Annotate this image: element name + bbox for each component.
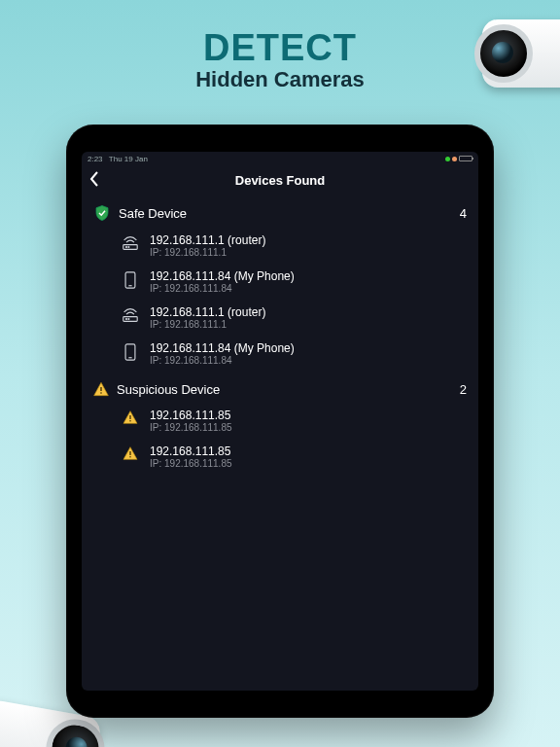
device-ip: IP: 192.168.111.84	[150, 283, 295, 294]
section-header-safe: Safe Device 4	[82, 195, 478, 228]
section-header-suspicious: Suspicious Device 2	[82, 372, 478, 403]
phone-icon	[124, 343, 136, 361]
warning-triangle-icon	[122, 410, 138, 424]
svg-point-15	[129, 456, 131, 458]
warning-triangle-icon	[93, 381, 109, 397]
app-header: Devices Found	[82, 165, 478, 195]
list-item[interactable]: 192.168.111.85 IP: 192.168.111.85	[121, 403, 467, 439]
svg-point-2	[128, 247, 129, 248]
device-name: 192.168.111.1 (router)	[150, 233, 265, 247]
suspicious-device-list: 192.168.111.85 IP: 192.168.111.85 192.16…	[82, 403, 478, 475]
status-dot	[452, 157, 457, 161]
battery-icon	[459, 156, 472, 161]
device-ip: IP: 192.168.111.1	[150, 319, 265, 330]
list-item[interactable]: 192.168.111.1 (router) IP: 192.168.111.1	[121, 300, 467, 336]
device-ip: IP: 192.168.111.1	[150, 247, 265, 258]
device-name: 192.168.111.84 (My Phone)	[150, 341, 295, 355]
list-item[interactable]: 192.168.111.84 (My Phone) IP: 192.168.11…	[121, 336, 467, 372]
svg-point-7	[128, 319, 129, 320]
list-item[interactable]: 192.168.111.85 IP: 192.168.111.85	[121, 439, 467, 475]
status-time: 2:23	[88, 155, 103, 163]
router-icon	[121, 307, 140, 323]
status-dot	[445, 157, 450, 161]
back-button[interactable]	[89, 171, 107, 189]
device-name: 192.168.111.85	[150, 409, 232, 422]
device-name: 192.168.111.1 (router)	[150, 305, 265, 319]
status-date: Thu 19 Jan	[109, 155, 148, 163]
safe-device-list: 192.168.111.1 (router) IP: 192.168.111.1…	[82, 228, 478, 372]
app-screen: 2:23 Thu 19 Jan Devices Found Safe Devic…	[82, 152, 478, 691]
device-ip: IP: 192.168.111.85	[150, 458, 232, 469]
warning-triangle-icon	[122, 446, 138, 460]
device-name: 192.168.111.85	[150, 445, 232, 458]
svg-point-6	[126, 319, 127, 320]
svg-point-11	[100, 392, 102, 394]
router-icon	[121, 235, 140, 251]
device-name: 192.168.111.84 (My Phone)	[150, 269, 295, 283]
promo-subtitle: Hidden Cameras	[0, 67, 560, 92]
list-item[interactable]: 192.168.111.84 (My Phone) IP: 192.168.11…	[121, 264, 467, 300]
svg-point-13	[129, 420, 131, 422]
device-ip: IP: 192.168.111.84	[150, 355, 295, 366]
tablet-frame: 2:23 Thu 19 Jan Devices Found Safe Devic…	[66, 124, 494, 718]
shield-check-icon	[93, 204, 111, 222]
page-title: Devices Found	[235, 173, 325, 188]
device-ip: IP: 192.168.111.85	[150, 422, 232, 433]
list-item[interactable]: 192.168.111.1 (router) IP: 192.168.111.1	[121, 228, 467, 264]
camera-decor-top-right	[482, 19, 560, 88]
phone-icon	[124, 271, 136, 289]
section-count: 2	[460, 382, 467, 397]
chevron-left-icon	[89, 171, 99, 187]
status-bar: 2:23 Thu 19 Jan	[82, 152, 478, 165]
section-label: Suspicious Device	[117, 382, 452, 397]
section-label: Safe Device	[119, 206, 452, 221]
section-count: 4	[460, 206, 467, 221]
svg-point-1	[126, 247, 127, 248]
